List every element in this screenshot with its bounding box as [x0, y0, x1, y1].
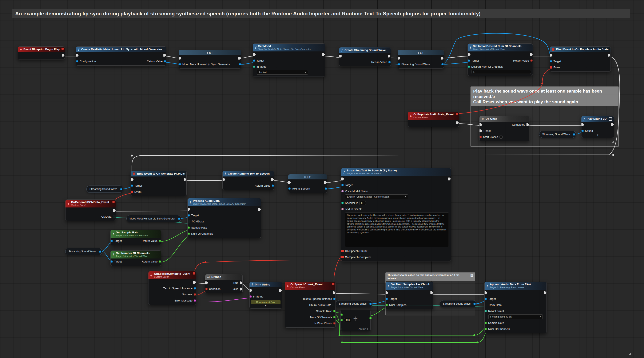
- array-pin[interactable]: [113, 215, 116, 218]
- branch[interactable]: ⇄BranchTrueConditionFalse: [205, 274, 242, 293]
- canvas-resize-grip-icon[interactable]: ◢: [628, 352, 631, 355]
- exec-pin[interactable]: [113, 209, 116, 212]
- reroute-dot[interactable]: [474, 334, 475, 336]
- exec-pin[interactable]: [611, 123, 614, 126]
- wire-exec-9[interactable]: [272, 181, 289, 183]
- play-sound-2d[interactable]: ƒPlay Sound 2DSound▾: [581, 116, 614, 138]
- wire-exec-11[interactable]: [457, 124, 480, 126]
- float-pin[interactable]: [333, 316, 336, 318]
- on-populate-audio-state-event[interactable]: ◆OnPopulateAudioState_EventCustom Event: [408, 112, 459, 127]
- string-pin[interactable]: [250, 295, 252, 298]
- streaming-sound-wave-pill-2[interactable]: Streaming Sound Wave: [86, 186, 123, 193]
- mood-generator-pill[interactable]: Mood Meta Human Lip Sync Generator: [126, 215, 181, 222]
- delegate-pin[interactable]: [341, 256, 344, 258]
- checkbox[interactable]: [500, 136, 502, 138]
- exec-pin[interactable]: [324, 181, 327, 184]
- exec-pin[interactable]: [188, 208, 190, 211]
- float-pin[interactable]: [340, 319, 343, 321]
- exec-pin[interactable]: [456, 121, 459, 124]
- voice-model-dropdown[interactable]: English (United States) - Kokoro (Adam)▾: [345, 194, 408, 199]
- streaming-sound-wave-pill-4[interactable]: Streaming Sound Wave: [336, 300, 372, 307]
- object-pin[interactable]: [188, 214, 190, 217]
- float-pin[interactable]: [484, 328, 487, 330]
- exec-pin[interactable]: [386, 291, 388, 294]
- streaming-text-to-speech-by-name[interactable]: ƒStreaming Text To Speech (By Name)Targe…: [341, 168, 451, 261]
- delegate-icon[interactable]: [332, 283, 334, 285]
- exec-pin[interactable]: [76, 54, 79, 57]
- object-pin[interactable]: [442, 63, 444, 65]
- wire-exec-1[interactable]: [164, 56, 180, 58]
- byte-pin[interactable]: [484, 310, 487, 312]
- string-pin[interactable]: [194, 299, 196, 302]
- reroute-dot[interactable]: [339, 334, 340, 336]
- text-pin[interactable]: [341, 208, 344, 210]
- append-audio-data-from-raw[interactable]: ƒAppend Audio Data From RAWTarget is Str…: [484, 282, 547, 333]
- reroute-dot[interactable]: [542, 83, 543, 85]
- object-pin[interactable]: [573, 133, 575, 136]
- object-pin[interactable]: [110, 240, 113, 242]
- bool-pin[interactable]: [194, 293, 196, 296]
- float-pin[interactable]: [386, 304, 388, 306]
- object-pin[interactable]: [398, 63, 400, 65]
- wire-object-19[interactable]: [240, 62, 254, 65]
- wire-exec-5[interactable]: [442, 56, 469, 58]
- int-pin[interactable]: [341, 202, 344, 204]
- streaming-sound-wave-pill-1[interactable]: Streaming Sound Wave: [539, 131, 576, 138]
- exec-pin[interactable]: [398, 57, 400, 60]
- wire-exec-13[interactable]: [114, 211, 189, 211]
- exec-pin[interactable]: [480, 129, 482, 132]
- bool-pin[interactable]: [480, 136, 482, 138]
- object-pin[interactable]: [131, 185, 133, 187]
- object-pin[interactable]: [474, 303, 476, 305]
- exec-pin[interactable]: [484, 291, 487, 294]
- float-pin[interactable]: [484, 322, 487, 324]
- set-mood[interactable]: ƒSet MoodTarget is Realistic Meta Human …: [253, 43, 325, 77]
- object-pin[interactable]: [194, 287, 196, 289]
- delegate-icon[interactable]: [456, 113, 458, 115]
- reroute-dot[interactable]: [612, 154, 614, 156]
- wire-float-34[interactable]: [370, 307, 387, 316]
- create-realistic-lipsync-generator[interactable]: ƒCreate Realistic Meta Human Lip Sync wi…: [76, 46, 166, 66]
- exec-pin[interactable]: [582, 123, 584, 126]
- object-pin[interactable]: [179, 63, 181, 65]
- wire-exec-2[interactable]: [240, 56, 254, 58]
- reroute-dot[interactable]: [341, 341, 343, 343]
- object-pin[interactable]: [178, 218, 180, 220]
- add-pin-button[interactable]: Add pin ⊕: [359, 328, 368, 330]
- expand-chevron-icon[interactable]: ▾: [582, 134, 614, 137]
- expand-chevron-icon[interactable]: ▾: [250, 305, 282, 307]
- array-pin[interactable]: [484, 304, 488, 307]
- object-pin[interactable]: [110, 260, 113, 263]
- process-audio-data[interactable]: ƒProcess Audio DataTarget is Realistic M…: [188, 198, 261, 238]
- object-pin[interactable]: [388, 61, 391, 63]
- get-sample-rate[interactable]: ƒGet Sample RateTarget is Imported Sound…: [110, 230, 161, 245]
- wire-float-32[interactable]: [159, 236, 189, 262]
- byte-pin[interactable]: [253, 66, 255, 68]
- exec-pin[interactable]: [388, 55, 391, 58]
- on-speech-complete-event[interactable]: ◆OnSpeechComplete_EventCustom EventText …: [148, 271, 196, 305]
- object-pin[interactable]: [370, 303, 372, 305]
- exec-pin[interactable]: [608, 54, 610, 57]
- wire-exec-7[interactable]: [132, 56, 620, 181]
- event-blueprint-begin-play[interactable]: ◆Event Blueprint Begin Play: [18, 46, 65, 59]
- exec-pin[interactable]: [339, 55, 342, 58]
- comment-resize-grip-icon[interactable]: ◢: [612, 140, 614, 143]
- exec-pin[interactable]: [271, 178, 274, 181]
- wire-exec-16[interactable]: [334, 293, 387, 294]
- set-streaming-sound-wave-variable[interactable]: SETStreaming Sound Wave: [398, 50, 444, 69]
- exec-pin[interactable]: [333, 291, 336, 294]
- wire-object-21[interactable]: [442, 62, 469, 65]
- exec-pin[interactable]: [62, 54, 65, 57]
- wire-object-18[interactable]: [164, 62, 180, 65]
- speaker-id-input[interactable]: 0: [360, 201, 366, 205]
- object-pin[interactable]: [239, 63, 241, 65]
- wire-object-28[interactable]: [325, 187, 342, 189]
- text-to-speak-input[interactable]: Streaming synthesis output begins with a…: [345, 213, 449, 247]
- object-pin[interactable]: [333, 298, 336, 300]
- exec-pin[interactable]: [480, 123, 482, 126]
- exec-pin[interactable]: [238, 57, 241, 60]
- wire-string-40[interactable]: [194, 298, 250, 302]
- delegate-icon[interactable]: [193, 272, 195, 275]
- exec-pin[interactable]: [240, 281, 242, 284]
- object-pin[interactable]: [120, 188, 122, 190]
